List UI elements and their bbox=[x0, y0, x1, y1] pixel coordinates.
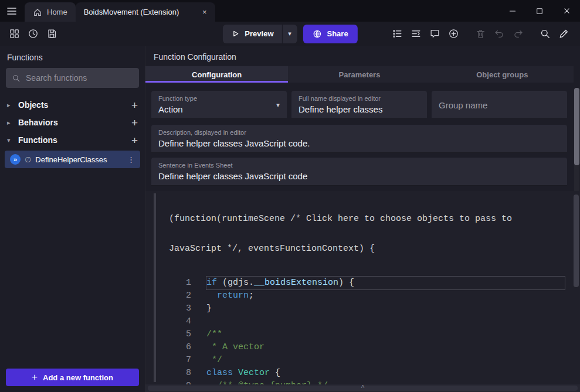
save-button[interactable] bbox=[43, 25, 60, 43]
caret-right-icon[interactable]: ▸ bbox=[7, 101, 13, 109]
private-function-icon: ∅ bbox=[25, 155, 31, 164]
code-token: /** bbox=[206, 329, 222, 339]
preview-button-main[interactable]: Preview bbox=[222, 25, 281, 43]
add-circle-icon bbox=[448, 28, 459, 39]
preview-button[interactable]: Preview ▾ bbox=[222, 25, 297, 43]
code-line[interactable]: 5/** bbox=[145, 328, 565, 341]
close-button[interactable] bbox=[553, 0, 580, 22]
search-box[interactable] bbox=[6, 68, 139, 88]
main-toolbar: Preview ▾ Share bbox=[0, 22, 580, 46]
caret-down-icon[interactable]: ▾ bbox=[7, 137, 13, 144]
field-value: Define helper classes JavaScript code bbox=[158, 171, 560, 181]
tab-label: Object groups bbox=[476, 70, 528, 79]
close-icon bbox=[562, 6, 572, 16]
description-field[interactable]: Description, displayed in editor Define … bbox=[151, 125, 567, 153]
form-row: Function type Action ▾ Full name display… bbox=[151, 91, 567, 119]
section-label: Behaviors bbox=[18, 118, 126, 127]
code-line[interactable]: 3} bbox=[145, 302, 565, 315]
tab-home[interactable]: Home bbox=[25, 2, 76, 22]
maximize-button[interactable] bbox=[526, 0, 553, 22]
caret-right-icon[interactable]: ▸ bbox=[7, 119, 13, 127]
chevron-down-icon[interactable]: ▾ bbox=[276, 101, 280, 109]
line-code[interactable]: * A vector bbox=[206, 341, 565, 354]
line-code[interactable]: return; bbox=[206, 289, 565, 302]
line-code[interactable] bbox=[206, 315, 565, 328]
code-line[interactable]: 1if (gdjs.__boidsExtension) { bbox=[145, 277, 565, 289]
hamburger-icon bbox=[6, 5, 18, 17]
tab-label: Configuration bbox=[192, 70, 242, 79]
form-row: Sentence in Events Sheet Define helper c… bbox=[151, 158, 567, 186]
function-type-select[interactable]: Function type Action ▾ bbox=[151, 91, 287, 119]
sentence-field[interactable]: Sentence in Events Sheet Define helper c… bbox=[151, 158, 567, 186]
tab-object-groups[interactable]: Object groups bbox=[431, 66, 574, 83]
group-name-field[interactable]: Group name bbox=[432, 91, 567, 119]
kebab-menu-icon[interactable]: ⋮ bbox=[127, 155, 135, 164]
code-scrollbar-thumb[interactable] bbox=[574, 195, 579, 287]
undo-button[interactable] bbox=[490, 25, 508, 43]
code-line[interactable]: 8class Vector { bbox=[145, 367, 565, 380]
code-token: { bbox=[270, 368, 280, 378]
events-compact-button[interactable] bbox=[407, 25, 425, 43]
functions-sidebar: Functions ▸ Objects + ▸ Behaviors + ▾ Fu… bbox=[0, 46, 145, 392]
code-token: (gdjs. bbox=[217, 278, 254, 288]
comment-button[interactable] bbox=[426, 25, 443, 43]
code-header[interactable]: (function(runtimeScene /* Click here to … bbox=[145, 191, 580, 275]
add-object-icon[interactable]: + bbox=[131, 100, 138, 111]
minimize-button[interactable] bbox=[499, 0, 526, 22]
tab-extension[interactable]: BoidsMovement (Extension) × bbox=[76, 2, 215, 22]
line-code[interactable]: */ bbox=[206, 354, 565, 367]
redo-button[interactable] bbox=[509, 25, 527, 43]
delete-button[interactable] bbox=[472, 25, 489, 43]
event-indent-guide bbox=[154, 193, 156, 382]
tab-parameters[interactable]: Parameters bbox=[288, 66, 430, 83]
code-line[interactable]: 4 bbox=[145, 315, 565, 328]
home-icon bbox=[33, 8, 42, 17]
add-behavior-icon[interactable]: + bbox=[131, 117, 138, 128]
line-code[interactable]: class Vector { bbox=[206, 367, 565, 380]
sidebar-item-functions[interactable]: ▾ Functions + bbox=[0, 131, 145, 149]
add-function-icon[interactable]: + bbox=[131, 135, 138, 146]
edit-button[interactable] bbox=[555, 25, 572, 43]
code-line[interactable]: 2 return; bbox=[145, 289, 565, 302]
code-line[interactable]: 7 */ bbox=[145, 354, 565, 367]
form-scrollbar-thumb[interactable] bbox=[574, 88, 579, 165]
toolbar-right bbox=[388, 25, 573, 43]
share-globe-icon bbox=[313, 29, 322, 39]
search-button[interactable] bbox=[536, 25, 554, 43]
titlebar: Home BoidsMovement (Extension) × bbox=[0, 0, 580, 22]
line-code[interactable]: /** @type {number} */ bbox=[206, 380, 565, 384]
field-value: Define helper classes JavaScript code. bbox=[158, 138, 560, 148]
add-event-button[interactable] bbox=[445, 25, 462, 43]
tab-extension-label: BoidsMovement (Extension) bbox=[84, 8, 179, 16]
main-menu-button[interactable] bbox=[0, 0, 23, 22]
field-label: Description, displayed in editor bbox=[158, 129, 560, 136]
tab-close-icon[interactable]: × bbox=[196, 8, 207, 16]
line-code[interactable]: if (gdjs.__boidsExtension) { bbox=[206, 277, 565, 289]
tab-configuration[interactable]: Configuration bbox=[145, 66, 288, 83]
search-input[interactable] bbox=[26, 73, 133, 83]
line-code[interactable]: } bbox=[206, 302, 565, 315]
preview-label: Preview bbox=[245, 29, 273, 38]
events-compact-icon bbox=[411, 28, 422, 39]
configuration-tabs: Configuration Parameters Object groups bbox=[145, 66, 574, 83]
sidebar-item-behaviors[interactable]: ▸ Behaviors + bbox=[0, 114, 145, 131]
project-manager-button[interactable] bbox=[5, 25, 23, 43]
preview-dropdown-button[interactable]: ▾ bbox=[282, 25, 297, 43]
add-new-function-button[interactable]: + Add a new function bbox=[6, 369, 139, 386]
share-button[interactable]: Share bbox=[303, 25, 358, 43]
full-name-field[interactable]: Full name displayed in editor Define hel… bbox=[291, 91, 427, 119]
code-line[interactable]: 9 /** @type {number} */ bbox=[145, 380, 565, 384]
tab-label: Parameters bbox=[339, 70, 381, 79]
code-scrollbar[interactable] bbox=[574, 195, 579, 370]
sidebar-item-objects[interactable]: ▸ Objects + bbox=[0, 96, 145, 114]
javascript-code-editor[interactable]: (function(runtimeScene /* Click here to … bbox=[145, 191, 580, 384]
code-token: return bbox=[217, 291, 249, 301]
function-item-label: DefineHelperClasses bbox=[35, 155, 123, 164]
horizontal-scrollbar[interactable]: ^ bbox=[145, 384, 580, 392]
history-button[interactable] bbox=[24, 25, 42, 43]
plus-icon: + bbox=[32, 371, 38, 383]
events-list-button[interactable] bbox=[388, 25, 406, 43]
line-code[interactable]: /** bbox=[206, 328, 565, 341]
function-item-definehelperclasses[interactable]: » ∅ DefineHelperClasses ⋮ bbox=[5, 151, 140, 168]
code-line[interactable]: 6 * A vector bbox=[145, 341, 565, 354]
